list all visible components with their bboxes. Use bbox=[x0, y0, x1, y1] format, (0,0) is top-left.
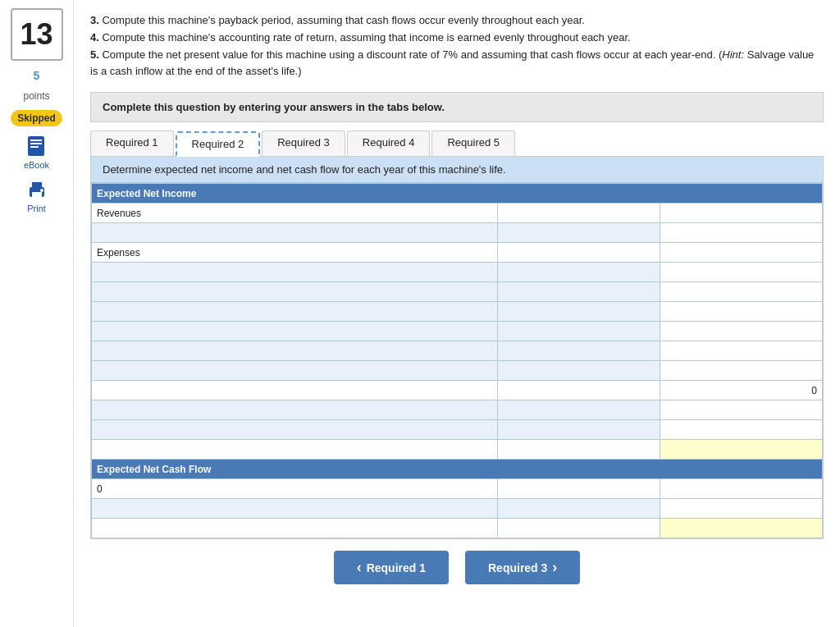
input-field-8[interactable] bbox=[97, 405, 492, 416]
net-cash-result-label bbox=[92, 519, 498, 538]
svg-rect-5 bbox=[32, 182, 42, 189]
net-cash-row1: 0 bbox=[92, 479, 823, 499]
net-income-result-input[interactable] bbox=[665, 444, 817, 455]
table-row bbox=[92, 341, 823, 361]
net-income-result-col2[interactable] bbox=[660, 440, 822, 460]
svg-rect-2 bbox=[30, 143, 42, 144]
input-field-2[interactable] bbox=[97, 267, 492, 278]
tabs-row: Required 1 Required 2 Required 3 Require… bbox=[90, 130, 824, 157]
question-number: 13 bbox=[11, 8, 63, 61]
input-field-2a[interactable] bbox=[503, 267, 655, 278]
table-row bbox=[92, 400, 823, 420]
input-field-5[interactable] bbox=[97, 326, 492, 337]
expenses-col2 bbox=[660, 243, 822, 263]
total-expenses-col2: 0 bbox=[660, 381, 822, 400]
print-icon bbox=[25, 178, 48, 201]
total-expenses-row: 0 bbox=[92, 381, 823, 400]
points-label: points bbox=[23, 90, 49, 102]
table-row bbox=[92, 223, 823, 243]
input-field-8a[interactable] bbox=[503, 405, 655, 416]
net-income-result-label bbox=[92, 440, 498, 460]
chevron-right-icon bbox=[552, 559, 557, 576]
net-income-header-row: Expected Net Income bbox=[92, 184, 823, 204]
revenues-col2 bbox=[660, 204, 822, 223]
instructions: 3. Compute this machine's payback period… bbox=[90, 12, 824, 80]
input-label-1[interactable] bbox=[92, 223, 498, 243]
input-field-nc1[interactable] bbox=[97, 503, 492, 515]
ebook-button[interactable]: eBook bbox=[24, 135, 49, 170]
revenues-label: Revenues bbox=[92, 204, 498, 223]
input-field-4a[interactable] bbox=[503, 306, 655, 318]
instruction-box: Complete this question by entering your … bbox=[90, 92, 824, 122]
next-button-label: Required 3 bbox=[488, 561, 547, 574]
table-row bbox=[92, 302, 823, 322]
tab-required4[interactable]: Required 4 bbox=[347, 130, 431, 156]
net-cash-label-0: 0 bbox=[92, 479, 498, 499]
status-badge: Skipped bbox=[11, 110, 62, 126]
input-field-9a[interactable] bbox=[503, 424, 655, 436]
input-field-4[interactable] bbox=[97, 306, 492, 318]
inst-num-5: 5. bbox=[90, 48, 99, 61]
revenues-row: Revenues bbox=[92, 204, 823, 223]
net-cash-header-row: Expected Net Cash Flow bbox=[92, 460, 823, 479]
table-row bbox=[92, 282, 823, 302]
ebook-label: eBook bbox=[24, 160, 49, 170]
svg-rect-6 bbox=[32, 192, 42, 197]
input-field-1[interactable] bbox=[97, 227, 492, 239]
input-field-5a[interactable] bbox=[503, 326, 655, 337]
chevron-left-icon bbox=[357, 559, 362, 576]
tab-description: Determine expected net income and net ca… bbox=[91, 157, 823, 183]
input-field-3[interactable] bbox=[97, 286, 492, 298]
input-field-nc1a[interactable] bbox=[503, 503, 655, 515]
net-cash-col1-0 bbox=[498, 479, 660, 499]
svg-rect-3 bbox=[30, 146, 39, 148]
net-income-result-col1 bbox=[498, 440, 660, 460]
table-row bbox=[92, 420, 823, 440]
data-table: Expected Net Income Revenues Expenses bbox=[91, 183, 823, 538]
input-col1-1[interactable] bbox=[498, 223, 660, 243]
tab-required3[interactable]: Required 3 bbox=[262, 130, 345, 156]
input-field-7a[interactable] bbox=[503, 365, 655, 377]
expenses-col1 bbox=[498, 243, 660, 263]
total-expenses-col1 bbox=[498, 381, 660, 400]
input-field-9[interactable] bbox=[97, 424, 492, 436]
svg-point-7 bbox=[40, 189, 43, 192]
net-cash-result-col2[interactable] bbox=[660, 519, 822, 538]
net-cash-col2-0 bbox=[660, 479, 822, 499]
next-button[interactable]: Required 3 bbox=[465, 551, 580, 584]
input-field-7[interactable] bbox=[97, 365, 492, 377]
print-label: Print bbox=[27, 204, 46, 213]
inst-num-4: 4. bbox=[90, 31, 99, 43]
tab-required1[interactable]: Required 1 bbox=[90, 130, 174, 156]
net-cash-result-col1 bbox=[498, 519, 660, 538]
net-cash-header: Expected Net Cash Flow bbox=[92, 460, 823, 479]
print-button[interactable]: Print bbox=[25, 178, 48, 213]
table-row bbox=[92, 322, 823, 341]
net-income-result-row bbox=[92, 440, 823, 460]
svg-rect-1 bbox=[30, 140, 42, 141]
total-expenses-label bbox=[92, 381, 498, 400]
input-col2-1 bbox=[660, 223, 822, 243]
net-cash-result-input[interactable] bbox=[665, 523, 817, 534]
tab-required2[interactable]: Required 2 bbox=[176, 131, 261, 157]
nav-buttons: Required 1 Required 3 bbox=[90, 551, 824, 584]
input-field-6[interactable] bbox=[97, 346, 492, 357]
input-field-1a[interactable] bbox=[503, 227, 655, 239]
table-row bbox=[92, 263, 823, 282]
expenses-row: Expenses bbox=[92, 243, 823, 263]
net-income-header: Expected Net Income bbox=[92, 184, 823, 204]
prev-button-label: Required 1 bbox=[367, 561, 426, 574]
net-cash-result-row bbox=[92, 519, 823, 538]
points-value: 5 bbox=[34, 69, 40, 82]
revenues-col1 bbox=[498, 204, 660, 223]
input-field-3a[interactable] bbox=[503, 286, 655, 298]
tab-content: Determine expected net income and net ca… bbox=[90, 157, 824, 539]
prev-button[interactable]: Required 1 bbox=[334, 551, 449, 584]
table-row bbox=[92, 499, 823, 519]
table-row bbox=[92, 361, 823, 381]
input-field-6a[interactable] bbox=[503, 346, 655, 357]
expenses-label: Expenses bbox=[92, 243, 498, 263]
tab-required5[interactable]: Required 5 bbox=[431, 130, 515, 156]
inst-num-3: 3. bbox=[90, 14, 99, 26]
ebook-icon bbox=[25, 135, 48, 158]
